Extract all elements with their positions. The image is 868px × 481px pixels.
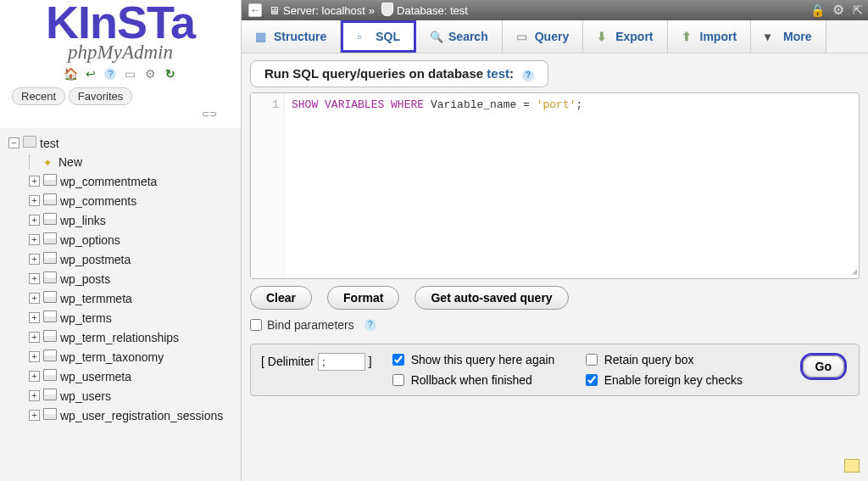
tab-more-label: More bbox=[783, 30, 811, 43]
expand-box-icon[interactable]: + bbox=[29, 351, 40, 362]
expand-box-icon[interactable]: + bbox=[29, 273, 40, 284]
tree-table-node[interactable]: +wp_term_relationships bbox=[8, 327, 241, 347]
tree-table-label: wp_posts bbox=[60, 272, 110, 286]
recent-button[interactable]: Recent bbox=[12, 87, 65, 105]
tab-query[interactable]: Query bbox=[503, 20, 583, 53]
sidebar: KInSTa phpMyAdmin Recent Favorites ⊂⊃ − … bbox=[0, 0, 242, 481]
code-kw: VARIABLES bbox=[325, 98, 384, 111]
tab-more[interactable]: More bbox=[751, 20, 826, 53]
db-name[interactable]: test bbox=[450, 4, 468, 17]
search-icon bbox=[430, 30, 443, 43]
database-icon bbox=[23, 136, 40, 150]
show-again-label: Show this query here again bbox=[411, 353, 581, 366]
clear-button[interactable]: Clear bbox=[250, 286, 312, 310]
fk-checkbox[interactable] bbox=[586, 374, 598, 386]
expand-box-icon[interactable]: + bbox=[29, 234, 40, 245]
favorites-button[interactable]: Favorites bbox=[69, 87, 132, 105]
expand-box-icon[interactable]: + bbox=[29, 195, 40, 206]
sticky-note-icon[interactable] bbox=[844, 459, 860, 473]
tab-import[interactable]: Import bbox=[668, 20, 752, 53]
table-icon bbox=[43, 193, 60, 208]
structure-icon bbox=[255, 30, 269, 43]
tree-table-node[interactable]: +wp_comments bbox=[8, 191, 241, 210]
retain-checkbox[interactable] bbox=[586, 354, 598, 366]
settings-icon[interactable] bbox=[143, 67, 157, 81]
expand-box-icon[interactable]: + bbox=[29, 312, 40, 323]
autosaved-button[interactable]: Get auto-saved query bbox=[415, 286, 568, 310]
tree-table-node[interactable]: +wp_posts bbox=[8, 269, 241, 288]
expand-box-icon[interactable]: + bbox=[29, 390, 40, 401]
table-icon bbox=[43, 369, 60, 383]
home-icon[interactable] bbox=[64, 67, 77, 81]
tree-db-node[interactable]: − test bbox=[8, 133, 241, 153]
tab-export[interactable]: Export bbox=[583, 20, 667, 53]
tree-table-node[interactable]: +wp_terms bbox=[8, 308, 241, 327]
rollback-checkbox[interactable] bbox=[392, 374, 404, 386]
expand-box-icon[interactable]: + bbox=[29, 176, 40, 187]
delimiter-input[interactable] bbox=[318, 353, 365, 371]
line-number: 1 bbox=[272, 98, 279, 111]
bind-params-row: Bind parameters ? bbox=[250, 318, 860, 332]
table-icon bbox=[43, 350, 60, 364]
expand-box-icon[interactable]: + bbox=[29, 215, 40, 226]
resize-handle-icon[interactable]: ◢ bbox=[852, 266, 857, 277]
show-again-checkbox[interactable] bbox=[392, 354, 404, 366]
expand-box-icon[interactable]: + bbox=[29, 371, 40, 382]
tree-table-node[interactable]: +wp_links bbox=[8, 210, 241, 230]
breadcrumb: ← Server: localhost » Database: test bbox=[242, 0, 868, 20]
table-icon bbox=[43, 389, 60, 403]
panel-db-link[interactable]: test bbox=[487, 66, 509, 81]
page-settings-icon[interactable] bbox=[832, 4, 844, 17]
table-icon bbox=[43, 252, 60, 266]
tree-table-node[interactable]: +wp_postmeta bbox=[8, 249, 241, 269]
bind-params-checkbox[interactable] bbox=[250, 319, 262, 331]
collapse-icon[interactable]: ⊂⊃ bbox=[0, 105, 241, 123]
logout-icon[interactable] bbox=[84, 67, 97, 81]
tree-table-node[interactable]: +wp_user_registration_sessions bbox=[8, 405, 241, 425]
help-icon[interactable]: ? bbox=[364, 319, 376, 331]
tab-sql-label: SQL bbox=[376, 30, 400, 43]
panel-title-suffix: : bbox=[509, 66, 514, 81]
collapse-box-icon[interactable]: − bbox=[8, 137, 19, 148]
help-icon[interactable]: ? bbox=[522, 70, 534, 81]
sql-window-icon[interactable] bbox=[124, 67, 137, 81]
retain-label: Retain query box bbox=[604, 353, 774, 366]
format-button[interactable]: Format bbox=[327, 286, 399, 310]
lock-icon[interactable] bbox=[810, 4, 825, 17]
server-name[interactable]: localhost bbox=[322, 4, 365, 17]
sql-editor[interactable]: 1 SHOW VARIABLES WHERE Variable_name = '… bbox=[250, 92, 860, 279]
expand-box-icon[interactable]: + bbox=[29, 293, 40, 304]
back-button[interactable]: ← bbox=[248, 3, 262, 17]
new-table-icon bbox=[43, 155, 58, 169]
table-icon bbox=[43, 330, 60, 344]
delimiter-open: [ Delimiter bbox=[261, 355, 314, 368]
editor-code[interactable]: SHOW VARIABLES WHERE Variable_name = 'po… bbox=[285, 93, 589, 278]
tree-table-node[interactable]: +wp_commentmeta bbox=[8, 171, 241, 191]
tree-new-label: New bbox=[58, 155, 82, 169]
table-icon bbox=[43, 291, 60, 305]
go-button[interactable]: Go bbox=[803, 355, 844, 378]
docs-icon[interactable] bbox=[103, 67, 117, 81]
tab-search[interactable]: Search bbox=[416, 20, 503, 53]
tree-table-node[interactable]: +wp_options bbox=[8, 230, 241, 249]
exit-fullscreen-icon[interactable] bbox=[853, 4, 863, 17]
reload-icon[interactable] bbox=[164, 67, 177, 81]
tree-table-label: wp_term_relationships bbox=[60, 331, 179, 344]
table-icon bbox=[43, 271, 60, 286]
tree-table-node[interactable]: +wp_term_taxonomy bbox=[8, 347, 241, 366]
tab-sql[interactable]: SQL bbox=[341, 20, 416, 53]
code-kw: SHOW bbox=[292, 98, 318, 111]
footer-checks: Show this query here again Retain query … bbox=[392, 353, 774, 387]
editor-buttons: Clear Format Get auto-saved query bbox=[250, 286, 860, 310]
tree-table-node[interactable]: +wp_termmeta bbox=[8, 288, 241, 308]
mini-toolbar bbox=[0, 67, 241, 81]
expand-box-icon[interactable]: + bbox=[29, 410, 40, 421]
tree-new-node[interactable]: New bbox=[8, 153, 241, 171]
tree-table-label: wp_termmeta bbox=[60, 292, 132, 305]
expand-box-icon[interactable]: + bbox=[29, 332, 40, 343]
expand-box-icon[interactable]: + bbox=[29, 254, 40, 265]
tree-table-node[interactable]: +wp_users bbox=[8, 386, 241, 405]
tab-structure[interactable]: Structure bbox=[242, 20, 341, 53]
tree-table-node[interactable]: +wp_usermeta bbox=[8, 366, 241, 386]
tree-table-label: wp_user_registration_sessions bbox=[60, 409, 223, 422]
